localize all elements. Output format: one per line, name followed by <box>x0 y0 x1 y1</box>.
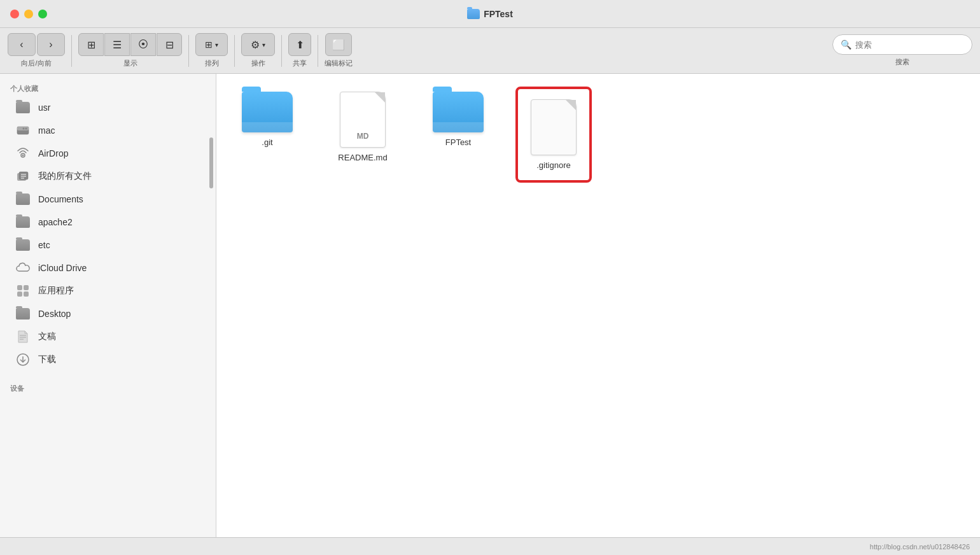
sidebar-item-icloud[interactable]: iCloud Drive <box>5 256 211 279</box>
separator-2 <box>188 35 189 67</box>
back-button[interactable]: ‹ <box>8 33 36 56</box>
view-buttons: ⊞ ☰ ⦿ ⊟ <box>78 33 182 56</box>
sort-icon: ⊞ <box>205 39 213 50</box>
sidebar-label-downloads: 下载 <box>38 354 56 365</box>
separator-4 <box>281 35 282 67</box>
scrollbar-handle[interactable] <box>209 137 213 188</box>
search-input[interactable] <box>855 40 964 50</box>
sidebar-item-desktop[interactable]: Desktop <box>5 302 211 325</box>
share-label: 共享 <box>293 59 307 68</box>
tag-group: ⬜ 编辑标记 <box>325 33 353 68</box>
dropdown-icon: ▾ <box>215 41 218 48</box>
status-bar: http://blog.csdn.net/u012848426 <box>0 537 980 555</box>
file-item-fptest[interactable]: FPTest <box>420 87 496 183</box>
view-list-button[interactable]: ☰ <box>104 33 130 56</box>
svg-rect-14 <box>24 292 29 297</box>
action-group: ⚙ ▾ 操作 <box>241 33 275 68</box>
close-button[interactable] <box>10 10 19 18</box>
svg-point-5 <box>22 155 24 157</box>
git-folder-icon <box>242 92 293 132</box>
nav-group: ‹ › 向后/向前 <box>8 33 65 68</box>
sidebar-label-desktop: Desktop <box>38 309 71 319</box>
favorites-section-title: 个人收藏 <box>0 79 216 96</box>
sort-label: 排列 <box>205 59 219 68</box>
file-name-gitignore: .gitignore <box>536 160 570 170</box>
sidebar-item-airdrop[interactable]: AirDrop <box>5 142 211 165</box>
gear-icon: ⚙ <box>251 39 260 51</box>
forward-icon: › <box>49 39 52 50</box>
sidebar-item-documents2[interactable]: 文稿 <box>5 325 211 348</box>
apache2-folder-icon <box>15 214 31 230</box>
sidebar-item-apache2[interactable]: apache2 <box>5 211 211 234</box>
sidebar-item-usr[interactable]: usr <box>5 96 211 119</box>
display-label: 显示 <box>123 59 137 68</box>
titlebar: FPTest <box>0 0 980 28</box>
sidebar-item-mac[interactable]: mac <box>5 119 211 142</box>
grid-icon: ⊞ <box>87 39 95 51</box>
file-area: .git MD README.md FPTest .gitignore <box>216 74 980 537</box>
gitignore-file-icon <box>531 99 577 155</box>
fptest-folder-icon <box>433 92 484 132</box>
forward-button[interactable]: › <box>37 33 65 56</box>
sidebar-label-icloud: iCloud Drive <box>38 263 87 273</box>
applications-icon <box>15 283 31 299</box>
share-group: ⬆ 共享 <box>288 33 311 68</box>
watermark-text: http://blog.csdn.net/u012848426 <box>870 543 970 551</box>
sidebar-label-airdrop: AirDrop <box>38 148 68 158</box>
tag-label: 编辑标记 <box>325 59 353 68</box>
search-icon: 🔍 <box>841 39 851 50</box>
devices-section-title: 设备 <box>0 379 216 396</box>
icloud-icon <box>15 260 31 276</box>
back-icon: ‹ <box>20 39 23 50</box>
file-item-gitignore[interactable]: .gitignore <box>515 87 592 183</box>
separator-3 <box>234 35 235 67</box>
nav-buttons: ‹ › <box>8 33 65 56</box>
svg-rect-12 <box>24 285 29 290</box>
sidebar: 个人收藏 usr mac <box>0 74 216 537</box>
search-group: 🔍 搜索 <box>832 34 972 67</box>
sidebar-item-applications[interactable]: 应用程序 <box>5 279 211 302</box>
etc-folder-icon <box>15 237 31 253</box>
action-label: 操作 <box>251 59 265 68</box>
view-gallery-button[interactable]: ⊟ <box>157 33 182 56</box>
svg-point-2 <box>25 128 27 130</box>
separator-1 <box>71 35 72 67</box>
drive-icon <box>15 123 31 138</box>
view-column-button[interactable]: ⦿ <box>130 33 156 56</box>
sidebar-item-all-files[interactable]: 我的所有文件 <box>5 165 211 188</box>
documents-folder-icon <box>15 192 31 207</box>
file-item-git[interactable]: .git <box>229 87 305 183</box>
maximize-button[interactable] <box>38 10 47 18</box>
sidebar-item-downloads[interactable]: 下载 <box>5 348 211 371</box>
sidebar-label-mac: mac <box>38 125 55 136</box>
search-box[interactable]: 🔍 <box>832 34 972 55</box>
view-group: ⊞ ☰ ⦿ ⊟ 显示 <box>78 33 182 68</box>
file-item-readme[interactable]: MD README.md <box>325 87 401 183</box>
share-button[interactable]: ⬆ <box>288 33 311 56</box>
desktop-folder-icon <box>15 306 31 321</box>
view-grid-button[interactable]: ⊞ <box>78 33 104 56</box>
toolbar: ‹ › 向后/向前 ⊞ ☰ ⦿ ⊟ 显示 ⊞ <box>0 28 980 74</box>
svg-rect-11 <box>17 285 22 290</box>
svg-point-3 <box>23 128 25 130</box>
column-icon: ⦿ <box>138 39 148 50</box>
all-files-icon <box>15 169 31 184</box>
window-title: FPTest <box>467 9 513 19</box>
separator-5 <box>318 35 318 67</box>
tag-button[interactable]: ⬜ <box>325 33 352 56</box>
sidebar-label-etc: etc <box>38 240 50 250</box>
minimize-button[interactable] <box>24 10 33 18</box>
file-name-git: .git <box>262 137 272 147</box>
sidebar-label-applications: 应用程序 <box>38 285 74 297</box>
folder-gray-icon <box>15 100 31 115</box>
sidebar-label-apache2: apache2 <box>38 217 73 227</box>
title-folder-icon <box>467 9 480 19</box>
file-name-fptest: FPTest <box>445 137 471 147</box>
action-button[interactable]: ⚙ ▾ <box>241 33 275 56</box>
nav-label: 向后/向前 <box>21 59 51 68</box>
airdrop-icon <box>15 146 31 161</box>
sidebar-item-etc[interactable]: etc <box>5 234 211 256</box>
sidebar-item-documents[interactable]: Documents <box>5 188 211 211</box>
sidebar-label-documents: Documents <box>38 194 83 204</box>
sort-button[interactable]: ⊞ ▾ <box>195 33 228 56</box>
